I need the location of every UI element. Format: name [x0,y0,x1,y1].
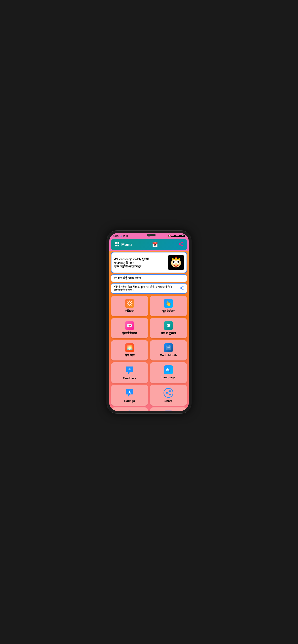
mute-icon: 🔇 [168,234,171,237]
svg-line-32 [130,302,131,302]
svg-rect-18 [175,266,177,266]
svg-point-16 [177,262,179,263]
kundali-milan-button[interactable]: 💌 कुंडली मिलान [111,318,148,338]
full-calendar-icon: 👆 [164,299,173,308]
rashifal-icon [125,299,134,308]
svg-line-31 [130,304,131,305]
language-icon: 文 A [164,366,173,374]
menu-label: Menu [121,242,132,247]
svg-rect-2 [115,245,117,246]
status-right: 🔇 ▂▄█ ▂▄█ 10 [168,234,185,237]
ratings-icon [125,388,134,398]
ratings-label: Ratings [124,399,135,402]
rashifal-label: राशिफल [125,309,134,313]
date-line3: शुक्ल चतुर्दशी,आद्रा मिथुन [114,265,168,268]
share-button[interactable]: Share [150,385,187,406]
svg-rect-1 [117,242,119,244]
speaker-notch [147,234,156,236]
content-area: 24 January 2024, बुधवार माघ(मकर) दि॰१०न … [109,251,189,411]
aay-vyay-button[interactable]: 🌅 आय व्यय [111,340,148,360]
svg-rect-41 [167,348,168,349]
yogini-text: योगिनी पश्चिम दिशा में 9:52 pm तक रहेगी,… [114,285,178,292]
phone-screen: 11:47 S ⊕ M 🔇 ▂▄█ ▂▄█ 10 [109,233,189,411]
menu-section[interactable]: Menu [115,242,132,248]
svg-rect-3 [117,245,119,246]
sim-icons: ⊕ M [123,234,128,237]
aay-vyay-label: आय व्यय [125,354,134,357]
jagannath-icon [168,255,184,270]
svg-point-20 [180,287,181,288]
go-to-month-icon [164,343,173,352]
svg-point-6 [181,245,183,246]
date-card: 24 January 2024, बुधवार माघ(मकर) दि॰१०न … [111,252,187,273]
svg-line-8 [180,243,182,244]
feedback-icon: ? [125,366,134,375]
feedback-label: Feedback [123,376,136,380]
naam-kundali-icon: अ [164,321,173,330]
phone-frame: 11:47 S ⊕ M 🔇 ▂▄█ ▂▄█ 10 [107,230,191,414]
svg-text:A: A [168,370,170,372]
svg-point-50 [169,390,171,392]
svg-rect-40 [169,348,170,348]
battery-display: 10 [181,234,185,237]
svg-line-54 [168,392,169,393]
svg-point-4 [181,242,183,243]
date-text-block: 24 January 2024, बुधवार माघ(मकर) दि॰१०न … [114,257,168,268]
svg-rect-0 [115,242,117,244]
svg-text:?: ? [129,368,130,371]
status-left: 11:47 S ⊕ M [113,234,128,237]
yogini-card: योगिनी पश्चिम दिशा में 9:52 pm तक रहेगी,… [111,283,187,294]
signal-bars2: ▂▄█ [176,235,181,237]
menu-grid: राशिफल 👆 पूरा कैलेंडर 💌 कुंडली मिलान [111,296,187,411]
naam-kundali-button[interactable]: अ नाम से कुंडली [150,318,187,338]
svg-point-21 [183,289,184,290]
calendar-nav-icon[interactable]: 📅 [152,242,158,248]
ratings-button[interactable]: Ratings [111,385,148,406]
svg-line-53 [168,393,169,394]
full-calendar-button[interactable]: 👆 पूरा कैलेंडर [150,296,187,316]
language-button[interactable]: 文 A Language [150,362,187,383]
naam-kundali-label: नाम से कुंडली [161,332,176,335]
yogini-share-icon[interactable] [180,286,184,291]
svg-line-30 [128,302,129,302]
date-line1: 24 January 2024, बुधवार [114,257,168,261]
svg-point-19 [183,286,184,287]
help-icon: ? [125,410,134,411]
svg-point-51 [166,392,168,394]
go-to-month-label: Go to Month [160,354,177,357]
svg-point-25 [128,302,131,305]
feedback-button[interactable]: ? Feedback [111,362,148,383]
svg-point-5 [179,243,180,245]
svg-rect-39 [168,348,169,348]
aay-vyay-icon: 🌅 [125,343,134,352]
svg-line-22 [181,288,183,289]
svg-point-17 [175,256,177,258]
carrier-s: S [120,234,122,237]
svg-line-23 [181,287,183,288]
go-to-month-button[interactable]: Go to Month [150,340,187,360]
share-icon [164,388,173,398]
help-button[interactable]: ? [111,408,148,411]
svg-line-7 [180,244,182,245]
festival-text: इस दिन कोई त्योहार नहीं है। [114,276,143,280]
kundali-milan-icon: 💌 [125,321,134,330]
kundali-milan-label: कुंडली मिलान [122,332,137,335]
svg-rect-38 [167,348,168,348]
festival-card: इस दिन कोई त्योहार नहीं है। [111,274,187,282]
svg-point-52 [169,394,171,396]
full-calendar-label: पूरा कैलेंडर [162,309,174,313]
top-nav: Menu 📅 [111,239,187,250]
svg-point-15 [174,262,175,263]
date-line2: माघ(मकर) दि॰१०न [114,261,168,265]
svg-rect-42 [168,348,169,349]
share-label: Share [164,399,172,402]
menu-grid-icon [115,242,119,248]
signal-bars: ▂▄█ [171,235,176,237]
svg-line-33 [128,304,129,305]
privacy-button[interactable]: ✦ Privacy... [150,408,187,411]
language-label: Language [162,376,175,379]
privacy-icon: ✦ [164,410,173,411]
time-display: 11:47 [113,234,119,237]
rashifal-button[interactable]: राशिफल [111,296,148,316]
share-nav-icon[interactable] [178,241,183,248]
